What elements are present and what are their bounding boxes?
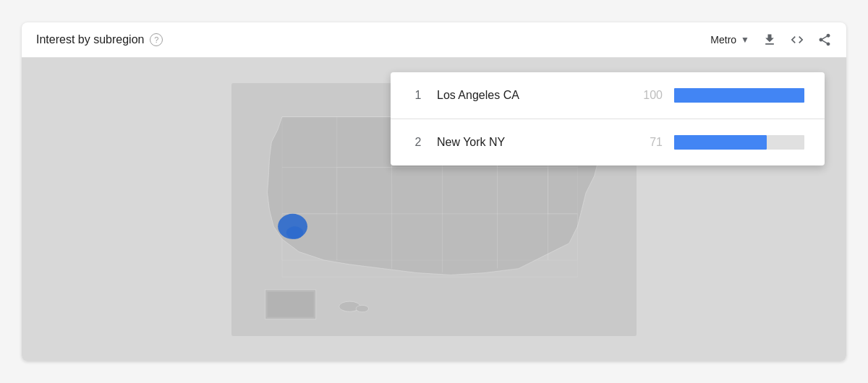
card-body: 1 Los Angeles CA 100 2 New York NY 71: [22, 58, 846, 361]
value-2: 71: [634, 136, 663, 149]
bar-fill-1: [674, 88, 804, 103]
data-panel: 1 Los Angeles CA 100 2 New York NY 71: [391, 72, 825, 165]
svg-point-12: [356, 305, 369, 311]
bar-fill-2: [674, 135, 767, 150]
svg-point-9: [286, 226, 303, 239]
table-row: 1 Los Angeles CA 100: [391, 72, 825, 119]
interest-by-subregion-card: Interest by subregion ? Metro ▼: [22, 22, 846, 361]
share-icon[interactable]: [817, 33, 832, 47]
bar-empty-2: [767, 135, 804, 150]
download-icon[interactable]: [762, 33, 777, 47]
card-header: Interest by subregion ? Metro ▼: [22, 22, 846, 58]
value-1: 100: [634, 89, 663, 102]
metro-dropdown[interactable]: Metro ▼: [710, 34, 749, 46]
region-new-york: New York NY: [437, 136, 622, 149]
region-los-angeles: Los Angeles CA: [437, 89, 622, 102]
embed-icon[interactable]: [790, 33, 804, 47]
chevron-down-icon: ▼: [741, 35, 749, 45]
header-left: Interest by subregion ?: [36, 33, 163, 46]
section-title: Interest by subregion: [36, 33, 144, 46]
metro-label: Metro: [710, 34, 736, 46]
table-row: 2 New York NY 71: [391, 119, 825, 165]
bar-container-2: [674, 135, 804, 150]
rank-1: 1: [411, 89, 425, 102]
header-right: Metro ▼: [710, 33, 832, 47]
rank-2: 2: [411, 136, 425, 149]
help-icon[interactable]: ?: [150, 33, 163, 46]
bar-container-1: [674, 88, 804, 103]
